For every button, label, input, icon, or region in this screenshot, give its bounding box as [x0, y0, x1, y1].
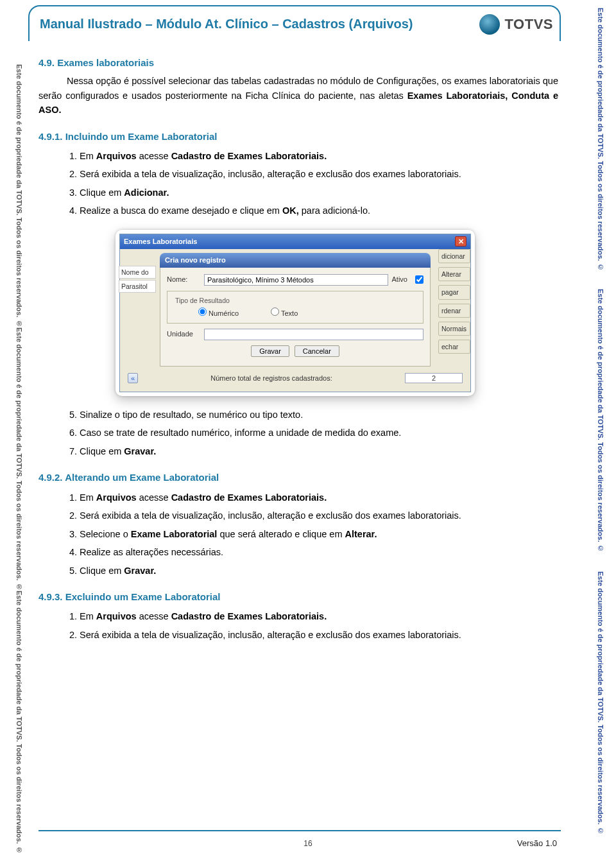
totvs-logo-icon — [479, 14, 500, 35]
page-title: Manual Ilustrado – Módulo At. Clínico – … — [40, 17, 413, 31]
side-button[interactable]: Alterar — [438, 267, 470, 281]
list-item: Clique em Gravar. — [80, 564, 558, 578]
status-label: Número total de registros cadastrados: — [210, 373, 332, 384]
list-item: Caso se trate de resultado numérico, inf… — [80, 426, 558, 440]
steps-493: Em Arquivos acesse Cadastro de Exames La… — [80, 609, 558, 642]
embedded-screenshot: Exames Laboratoriais ✕ Nome do Parasitol… — [116, 230, 475, 396]
side-button[interactable]: pagar — [438, 285, 470, 299]
background-list: Nome do Parasitol — [119, 266, 156, 295]
tipo-resultado-label: Tipo de Resultado — [173, 295, 232, 306]
watermark-left: Este documento é de propriedade da TOTVS… — [15, 591, 23, 854]
list-header: Nome do — [119, 266, 156, 279]
side-button[interactable]: echar — [438, 340, 470, 354]
watermark-right: Este documento é de propriedade da TOTVS… — [597, 289, 604, 552]
list-item: Sinalize o tipo de resultado, se numéric… — [80, 408, 558, 422]
side-button[interactable]: dicionar — [438, 249, 470, 263]
section-4-9-2-heading: 4.9.2. Alterando um Exame Laboratorial — [38, 470, 558, 485]
record-count: 2 — [405, 373, 463, 383]
logo: TOTVS — [479, 14, 553, 35]
ativo-label: Ativo — [392, 274, 407, 285]
watermark-left: Este documento é de propriedade da TOTVS… — [15, 327, 23, 591]
unidade-input[interactable] — [204, 329, 424, 340]
side-button[interactable]: Normais — [438, 322, 470, 336]
list-item: Será exibida a tela de visualização, inc… — [80, 508, 558, 523]
watermark-right: Este documento é de propriedade da TOTVS… — [597, 8, 604, 271]
section-4-9-paragraph: Nessa opção é possível selecionar das ta… — [38, 74, 558, 117]
list-item: Em Arquivos acesse Cadastro de Exames La… — [80, 490, 558, 505]
list-item: Será exibida a tela de visualização, inc… — [80, 167, 558, 181]
watermark-left: Este documento é de propriedade da TOTVS… — [15, 64, 23, 327]
list-item: Em Arquivos acesse Cadastro de Exames La… — [80, 149, 558, 163]
section-4-9-3-heading: 4.9.3. Excluindo um Exame Laboratorial — [38, 589, 558, 604]
list-item: Será exibida a tela de visualização, inc… — [80, 628, 558, 642]
steps-492: Em Arquivos acesse Cadastro de Exames La… — [80, 490, 558, 578]
window-title: Exames Laboratoriais — [124, 236, 197, 247]
close-icon[interactable]: ✕ — [455, 236, 466, 247]
ativo-checkbox[interactable] — [415, 275, 424, 284]
list-item: Em Arquivos acesse Cadastro de Exames La… — [80, 609, 558, 623]
list-item: Selecione o Exame Laboratorial que será … — [80, 527, 558, 541]
section-4-9-1-heading: 4.9.1. Incluindo um Exame Laboratorial — [38, 129, 558, 144]
first-record-icon[interactable]: « — [128, 373, 138, 383]
nome-input[interactable] — [204, 274, 388, 286]
version-label: Versão 1.0 — [517, 838, 557, 848]
dialog-title: Cria novo registro — [160, 253, 431, 268]
steps-491-b: Sinalize o tipo de resultado, se numéric… — [80, 408, 558, 458]
radio-texto[interactable]: Texto — [271, 307, 298, 319]
unidade-label: Unidade — [167, 329, 200, 340]
nome-label: Nome: — [167, 274, 200, 285]
footer-divider — [38, 830, 561, 831]
section-4-9-heading: 4.9. Exames laboratoriais — [38, 55, 558, 70]
list-item: Realize a busca do exame desejado e cliq… — [80, 203, 558, 218]
watermark-right: Este documento é de propriedade da TOTVS… — [597, 571, 604, 835]
radio-numerico[interactable]: Numérico — [198, 307, 239, 319]
side-button[interactable]: rdenar — [438, 304, 470, 318]
list-item: Clique em Gravar. — [80, 444, 558, 458]
gravar-button[interactable]: Gravar — [251, 345, 289, 357]
logo-text: TOTVS — [505, 16, 553, 33]
list-item: Realize as alterações necessárias. — [80, 545, 558, 559]
cancelar-button[interactable]: Cancelar — [295, 345, 339, 357]
side-buttons: dicionarAlterarpagarrdenarNormaisechar — [438, 249, 470, 354]
list-item: Clique em Adicionar. — [80, 186, 558, 200]
list-item: Parasitol — [119, 280, 156, 293]
steps-491-a: Em Arquivos acesse Cadastro de Exames La… — [80, 149, 558, 218]
